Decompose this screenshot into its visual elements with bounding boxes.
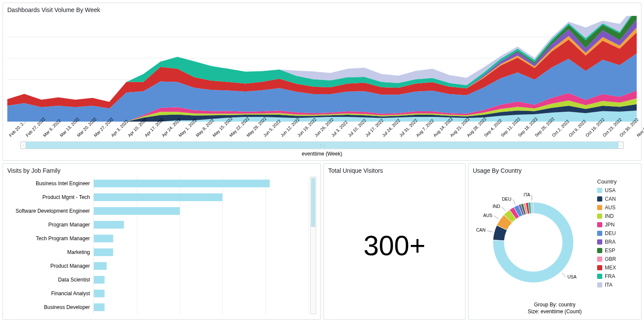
panel-title: Visits by Job Family — [7, 167, 316, 174]
legend-swatch — [597, 257, 602, 262]
area-chart[interactable] — [7, 16, 637, 122]
panel-dashboards-visit-volume: Dashboards Visit Volume By Week Feb 20, … — [3, 3, 641, 161]
legend-swatch — [597, 214, 602, 219]
hbar-bar[interactable] — [94, 303, 105, 311]
legend-item[interactable]: AUS — [597, 205, 637, 211]
panel-total-unique-visitors: Total Unique Visitors 300+ — [324, 163, 465, 320]
legend-swatch — [597, 188, 602, 193]
donut-callout-label: IND — [493, 204, 500, 209]
legend-label: IND — [605, 213, 614, 219]
legend-label: AUS — [605, 205, 616, 211]
hbar-label: Data Scientist — [7, 277, 90, 283]
legend-item[interactable]: IND — [597, 213, 637, 219]
hbar-bar[interactable] — [94, 248, 113, 256]
slider-handle-left[interactable]: ‹ — [21, 142, 26, 149]
legend-item[interactable]: FRA — [597, 273, 637, 279]
hbar-bar[interactable] — [94, 290, 105, 297]
legend-title: Country — [597, 178, 637, 185]
legend-label: MEX — [605, 265, 616, 271]
legend-item[interactable]: DEU — [597, 230, 637, 236]
legend-swatch — [597, 231, 602, 236]
hbar-label: Product Manager — [7, 263, 90, 269]
kpi-value: 300+ — [328, 177, 461, 315]
hbar-bar[interactable] — [94, 207, 180, 215]
hbar-scrollbar[interactable] — [310, 177, 316, 314]
legend-label: JPN — [605, 222, 615, 228]
legend-item[interactable]: ESP — [597, 248, 637, 254]
legend-swatch — [597, 196, 602, 202]
panel-title: Total Unique Visitors — [328, 167, 461, 174]
hbar-label: Business Developer — [7, 304, 90, 310]
legend-swatch — [597, 265, 602, 270]
hbar-label: Business Intel Engineer — [7, 180, 90, 186]
legend-item[interactable]: ITA — [597, 282, 637, 288]
panel-title: Dashboards Visit Volume By Week — [7, 6, 637, 13]
legend-label: FRA — [605, 273, 615, 279]
donut-chart[interactable]: CANAUSINDDEUITAUSA — [473, 177, 594, 300]
svg-line-9 — [562, 273, 566, 277]
donut-size: Size: eventtime (Count) — [528, 309, 582, 315]
donut-callout-label: CAN — [476, 228, 486, 233]
hbar-bar[interactable] — [94, 193, 222, 201]
legend-swatch — [597, 274, 602, 279]
legend-item[interactable]: BRA — [597, 239, 637, 245]
legend-item[interactable]: JPN — [597, 222, 637, 228]
legend-swatch — [597, 282, 602, 287]
hbar-label: Tech Program Manager — [7, 235, 90, 242]
panel-usage-by-country: Usage By Country CANAUSINDDEUITAUSA Coun… — [468, 163, 641, 320]
legend-label: USA — [605, 187, 616, 193]
donut-callout-label: USA — [567, 275, 576, 279]
hbar-label: Software Development Engineer — [7, 208, 90, 214]
svg-line-7 — [513, 199, 515, 205]
donut-callout-label: ITA — [524, 193, 530, 197]
legend-item[interactable]: GBR — [597, 256, 637, 262]
scrollbar-thumb[interactable] — [311, 178, 315, 227]
hbar-label: Financial Analyst — [7, 290, 90, 297]
donut-callout-label: DEU — [502, 197, 512, 202]
hbar-bar[interactable] — [94, 180, 270, 187]
panel-title: Usage By Country — [473, 167, 637, 174]
panel-visits-by-job-family: Visits by Job Family Business Intel Engi… — [3, 163, 321, 320]
hbar-bar[interactable] — [94, 221, 124, 229]
legend-item[interactable]: CAN — [597, 196, 637, 202]
donut-group-by: Group By: country — [534, 302, 576, 308]
x-tick-label: Feb 20, 2... — [8, 135, 21, 147]
slider-track[interactable]: ⋮⋮ — [26, 144, 618, 147]
svg-line-5 — [494, 216, 499, 219]
area-x-tick-labels: Feb 20, 2...Feb 27, 2022Mar 6, 2022Mar 1… — [7, 122, 637, 141]
legend-item[interactable]: USA — [597, 187, 637, 193]
hbar-bar[interactable] — [94, 262, 107, 270]
legend-swatch — [597, 222, 602, 227]
hbar-label: Marketing — [7, 249, 90, 255]
donut-legend: Country USACANAUSINDJPNDEUBRAESPGBRMEXFR… — [597, 177, 637, 300]
hbar-chart[interactable] — [93, 177, 308, 314]
x-tick-label: Nov 6, 2022 — [636, 135, 644, 147]
legend-label: DEU — [605, 230, 616, 236]
legend-label: GBR — [605, 256, 616, 262]
legend-label: BRA — [605, 239, 616, 245]
area-x-axis-title: eventtime (Week) — [7, 151, 637, 157]
legend-label: ESP — [605, 248, 615, 254]
hbar-label: Program Manager — [7, 222, 90, 228]
legend-swatch — [597, 248, 602, 253]
legend-swatch — [597, 205, 602, 210]
area-range-slider[interactable]: ‹ ⋮⋮ › — [20, 141, 624, 149]
hbar-label: Product Mgmt - Tech — [7, 194, 90, 200]
donut-callout-label: AUS — [483, 213, 492, 218]
hbar-bar[interactable] — [94, 235, 113, 242]
hbar-category-labels: Business Intel EngineerProduct Mgmt - Te… — [7, 177, 93, 314]
legend-label: ITA — [605, 282, 613, 288]
legend-label: CAN — [605, 196, 616, 202]
legend-item[interactable]: MEX — [597, 265, 637, 271]
legend-swatch — [597, 239, 602, 245]
slider-handle-right[interactable]: › — [618, 142, 623, 149]
svg-line-4 — [487, 231, 493, 232]
donut-subtitle: Group By: country Size: eventtime (Count… — [473, 300, 637, 315]
hbar-bar[interactable] — [94, 276, 105, 284]
svg-line-6 — [502, 207, 505, 211]
